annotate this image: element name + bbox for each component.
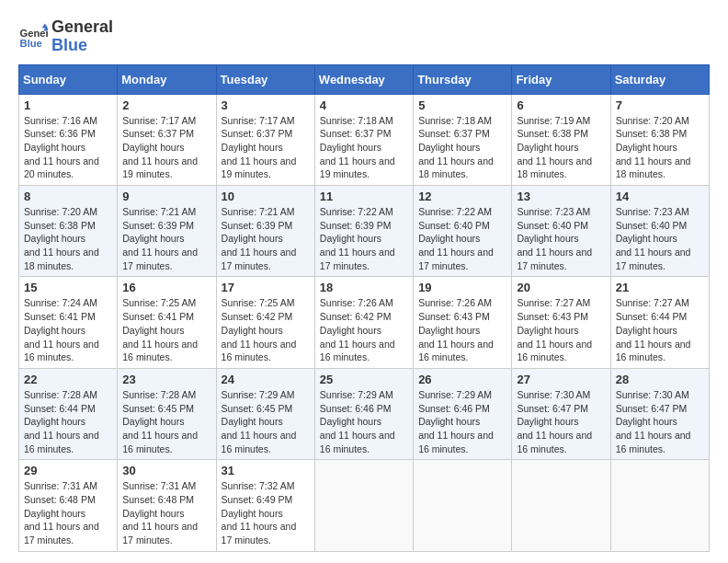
calendar-day-cell: 18Sunrise: 7:26 AMSunset: 6:42 PMDayligh… [314,277,413,368]
calendar-day-cell: 12Sunrise: 7:22 AMSunset: 6:40 PMDayligh… [414,186,512,277]
svg-marker-2 [42,23,48,28]
svg-text:General: General [20,28,48,39]
day-number: 6 [517,98,605,112]
day-number: 24 [222,373,310,386]
day-info: Sunrise: 7:20 AMSunset: 6:38 PMDaylight … [616,114,704,181]
day-number: 23 [122,373,210,386]
day-info: Sunrise: 7:28 AMSunset: 6:45 PMDaylight … [122,388,210,455]
calendar-day-cell [314,460,413,551]
calendar-day-cell [610,460,709,551]
day-info: Sunrise: 7:20 AMSunset: 6:38 PMDaylight … [24,205,112,272]
day-number: 16 [122,281,210,294]
calendar-day-cell: 25Sunrise: 7:29 AMSunset: 6:46 PMDayligh… [314,368,413,459]
calendar-day-cell: 23Sunrise: 7:28 AMSunset: 6:45 PMDayligh… [118,368,216,459]
calendar-day-cell: 8Sunrise: 7:20 AMSunset: 6:38 PMDaylight… [19,186,118,277]
logo-icon: General Blue [18,22,48,52]
calendar-day-cell: 13Sunrise: 7:23 AMSunset: 6:40 PMDayligh… [512,186,610,277]
day-number: 19 [418,281,506,294]
calendar-day-cell: 3Sunrise: 7:17 AMSunset: 6:37 PMDaylight… [216,94,314,185]
day-info: Sunrise: 7:18 AMSunset: 6:37 PMDaylight … [320,114,408,181]
day-number: 22 [24,373,112,386]
calendar-day-cell: 2Sunrise: 7:17 AMSunset: 6:37 PMDaylight… [118,94,216,185]
day-number: 11 [320,190,408,203]
header-thursday: Thursday [414,64,512,94]
logo: General Blue General Blue [18,18,113,55]
day-info: Sunrise: 7:30 AMSunset: 6:47 PMDaylight … [517,388,605,455]
calendar-day-cell: 31Sunrise: 7:32 AMSunset: 6:49 PMDayligh… [216,460,314,551]
day-number: 25 [320,373,408,386]
calendar-table: Sunday Monday Tuesday Wednesday Thursday… [18,64,710,552]
header-monday: Monday [118,64,216,94]
day-info: Sunrise: 7:27 AMSunset: 6:44 PMDaylight … [616,296,704,363]
day-info: Sunrise: 7:22 AMSunset: 6:40 PMDaylight … [418,205,506,272]
calendar-day-cell: 14Sunrise: 7:23 AMSunset: 6:40 PMDayligh… [610,186,709,277]
day-info: Sunrise: 7:27 AMSunset: 6:43 PMDaylight … [517,296,605,363]
day-info: Sunrise: 7:16 AMSunset: 6:36 PMDaylight … [24,114,112,181]
day-number: 10 [222,190,310,203]
day-number: 26 [418,373,506,386]
calendar-week-row: 8Sunrise: 7:20 AMSunset: 6:38 PMDaylight… [19,186,710,277]
day-number: 5 [418,98,506,112]
calendar-day-cell: 16Sunrise: 7:25 AMSunset: 6:41 PMDayligh… [118,277,216,368]
day-number: 30 [122,464,210,477]
day-info: Sunrise: 7:23 AMSunset: 6:40 PMDaylight … [616,205,704,272]
day-info: Sunrise: 7:29 AMSunset: 6:46 PMDaylight … [418,388,506,455]
day-info: Sunrise: 7:26 AMSunset: 6:43 PMDaylight … [418,296,506,363]
day-info: Sunrise: 7:31 AMSunset: 6:48 PMDaylight … [122,479,210,546]
day-info: Sunrise: 7:28 AMSunset: 6:44 PMDaylight … [24,388,112,455]
day-number: 29 [24,464,112,477]
day-number: 3 [222,98,310,112]
calendar-day-cell: 15Sunrise: 7:24 AMSunset: 6:41 PMDayligh… [19,277,118,368]
calendar-week-row: 15Sunrise: 7:24 AMSunset: 6:41 PMDayligh… [19,277,710,368]
calendar-day-cell: 4Sunrise: 7:18 AMSunset: 6:37 PMDaylight… [314,94,413,185]
day-number: 4 [320,98,408,112]
day-number: 12 [418,190,506,203]
day-info: Sunrise: 7:23 AMSunset: 6:40 PMDaylight … [517,205,605,272]
header-sunday: Sunday [19,64,118,94]
day-info: Sunrise: 7:19 AMSunset: 6:38 PMDaylight … [517,114,605,181]
header-tuesday: Tuesday [216,64,314,94]
day-info: Sunrise: 7:21 AMSunset: 6:39 PMDaylight … [122,205,210,272]
calendar-day-cell [512,460,610,551]
calendar-day-cell: 28Sunrise: 7:30 AMSunset: 6:47 PMDayligh… [610,368,709,459]
day-info: Sunrise: 7:30 AMSunset: 6:47 PMDaylight … [616,388,704,455]
day-info: Sunrise: 7:25 AMSunset: 6:42 PMDaylight … [222,296,310,363]
day-info: Sunrise: 7:21 AMSunset: 6:39 PMDaylight … [222,205,310,272]
day-number: 13 [517,190,605,203]
calendar-day-cell: 6Sunrise: 7:19 AMSunset: 6:38 PMDaylight… [512,94,610,185]
day-info: Sunrise: 7:26 AMSunset: 6:42 PMDaylight … [320,296,408,363]
day-number: 20 [517,281,605,294]
day-info: Sunrise: 7:31 AMSunset: 6:48 PMDaylight … [24,479,112,546]
day-info: Sunrise: 7:29 AMSunset: 6:46 PMDaylight … [320,388,408,455]
day-number: 21 [616,281,704,294]
calendar-week-row: 1Sunrise: 7:16 AMSunset: 6:36 PMDaylight… [19,94,710,185]
day-info: Sunrise: 7:25 AMSunset: 6:41 PMDaylight … [122,296,210,363]
calendar-day-cell: 22Sunrise: 7:28 AMSunset: 6:44 PMDayligh… [19,368,118,459]
calendar-day-cell: 19Sunrise: 7:26 AMSunset: 6:43 PMDayligh… [414,277,512,368]
calendar-day-cell: 29Sunrise: 7:31 AMSunset: 6:48 PMDayligh… [19,460,118,551]
day-number: 28 [616,373,704,386]
calendar-day-cell: 11Sunrise: 7:22 AMSunset: 6:39 PMDayligh… [314,186,413,277]
logo-text: General Blue [51,18,113,55]
day-number: 14 [616,190,704,203]
calendar-day-cell [414,460,512,551]
day-number: 27 [517,373,605,386]
header-wednesday: Wednesday [314,64,413,94]
header-saturday: Saturday [610,64,709,94]
svg-text:Blue: Blue [20,38,42,49]
calendar-day-cell: 17Sunrise: 7:25 AMSunset: 6:42 PMDayligh… [216,277,314,368]
calendar-day-cell: 30Sunrise: 7:31 AMSunset: 6:48 PMDayligh… [118,460,216,551]
weekday-header-row: Sunday Monday Tuesday Wednesday Thursday… [19,64,710,94]
calendar-week-row: 29Sunrise: 7:31 AMSunset: 6:48 PMDayligh… [19,460,710,551]
day-info: Sunrise: 7:24 AMSunset: 6:41 PMDaylight … [24,296,112,363]
calendar-week-row: 22Sunrise: 7:28 AMSunset: 6:44 PMDayligh… [19,368,710,459]
day-number: 18 [320,281,408,294]
day-number: 8 [24,190,112,203]
day-number: 7 [616,98,704,112]
day-info: Sunrise: 7:17 AMSunset: 6:37 PMDaylight … [222,114,310,181]
day-number: 15 [24,281,112,294]
calendar-day-cell: 10Sunrise: 7:21 AMSunset: 6:39 PMDayligh… [216,186,314,277]
calendar-day-cell: 27Sunrise: 7:30 AMSunset: 6:47 PMDayligh… [512,368,610,459]
calendar-day-cell: 9Sunrise: 7:21 AMSunset: 6:39 PMDaylight… [118,186,216,277]
calendar-day-cell: 1Sunrise: 7:16 AMSunset: 6:36 PMDaylight… [19,94,118,185]
